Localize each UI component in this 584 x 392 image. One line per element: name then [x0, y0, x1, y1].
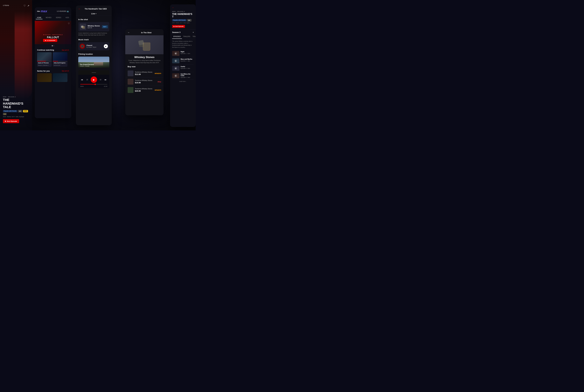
episode-item-4[interactable]: ▶ God Bless the Child Episode 4 · 54m [172, 72, 194, 80]
hero-title: FALLOUT [43, 36, 63, 39]
nav-kids[interactable]: KIDS [65, 16, 70, 19]
see-all-series[interactable]: See all 10 [62, 70, 69, 72]
location-overlay: The Grand Durand Ontario, Canada [78, 62, 109, 68]
series-card-1[interactable] [37, 73, 52, 82]
episode-1-name: Night [181, 51, 194, 52]
music-artist: by Adam Taylor [86, 46, 102, 48]
episode-2-meta: Episode 2 · 48m [181, 60, 194, 62]
buy-item-3[interactable]: Teroforma Whiskey Stones $29.99 amazon [125, 86, 164, 94]
episode-3-meta: Episode 3 · 50m [181, 68, 194, 69]
live-badge[interactable]: Live ▾ [76, 12, 112, 16]
nav-series[interactable]: SERIES [55, 16, 63, 19]
progress-dot [95, 84, 96, 85]
shot-product-image [125, 35, 164, 54]
whiskey-large-image [139, 39, 150, 50]
series-card-2[interactable] [53, 73, 68, 82]
play-device-button[interactable]: ▶ LG 43UK6300 [43, 39, 57, 42]
music-card: Chased by Adam Taylor ▶ [78, 42, 109, 50]
hero-dots [35, 44, 71, 48]
buy-item-2-image [128, 79, 133, 84]
hero-heart-icon[interactable]: ♡ [68, 22, 70, 25]
amazon-logo-2: amazon [155, 89, 161, 91]
live-label: Live [91, 12, 95, 15]
buy-button[interactable]: BUY [102, 25, 108, 28]
in-the-shot-section: In the shot Whiskey Stones $29.99 BUY Co… [76, 16, 112, 37]
rewind-10-button[interactable]: 10 [86, 78, 89, 81]
buy-item-3-name: Teroforma Whiskey Stones [135, 88, 153, 90]
episode-item-1[interactable]: ▶ Night Episode 1 · 52m [172, 50, 194, 57]
progress-background [80, 84, 107, 84]
show-meta: 2019 · Drama, Sci-fi · Dark, Dystopic [3, 116, 29, 118]
location-sub: Ontario, Canada [80, 65, 108, 67]
music-track-title: Music track [78, 38, 109, 41]
time-elapsed: 28:50 [80, 86, 84, 87]
product-name: Whiskey Stones [88, 25, 100, 27]
continue-watching-header: Continue watching See all 12 [35, 48, 71, 52]
progress-wrapper[interactable] [80, 84, 107, 84]
got-title: Game of Thrones [37, 62, 52, 65]
tab-trailers[interactable]: TRAILERS [182, 34, 191, 39]
filming-location-title: Filming location [78, 53, 109, 55]
device-label: LG 43UK6300 📺 [57, 10, 69, 12]
player-panel: ← The Handmaid's Tale S3E5 Live ▾ In the… [76, 6, 112, 125]
episode-1-meta: Episode 1 · 52m [181, 53, 194, 54]
dot-1[interactable] [52, 45, 53, 46]
skip-back-button[interactable]: ⏮ [81, 78, 84, 82]
episode-3-thumbnail: ▶ [172, 66, 179, 71]
buy-item-1[interactable]: Teroforma Whiskey Stones $12.99 amazon [125, 69, 164, 78]
player-back-icon[interactable]: ← [78, 8, 81, 10]
season-back-icon[interactable]: ← [172, 6, 194, 9]
see-all-watching[interactable]: See all 12 [62, 49, 69, 51]
ep-play-icon-2: ▶ [174, 60, 177, 62]
season-friends-badge: Popular with friends [172, 19, 187, 22]
season-selector[interactable]: Season 3 ▾ [170, 29, 196, 34]
tab-trivia[interactable]: TRIVIA [191, 34, 196, 39]
load-more-button[interactable]: Load more... [170, 80, 196, 83]
continue-card-ogf[interactable]: Only God Forgives Left at 42:10 [53, 52, 68, 67]
tab-episodes[interactable]: EPISODES [172, 34, 182, 39]
buy-now-title: Buy now [125, 66, 164, 69]
player-handle [78, 70, 109, 75]
whiskey-stone-svg [81, 24, 85, 29]
shot-expanded-panel: ← In The Shot Whiskey Stones Comd. Water… [125, 29, 164, 115]
buy-item-1-name: Teroforma Whiskey Stones [135, 71, 153, 73]
forward-10-button[interactable]: 10 [99, 78, 102, 81]
share-icon[interactable]: ↗ [27, 4, 29, 7]
season-age-badge: 16+ [187, 19, 191, 22]
play-pause-button[interactable]: ▶ [91, 76, 97, 83]
dot-2[interactable] [53, 45, 54, 46]
episode-item-3[interactable]: ▶ Useful Episode 3 · 50m [172, 65, 194, 72]
episode-4-meta: Episode 4 · 54m [181, 77, 194, 78]
product-price: $29.99 [88, 27, 100, 28]
shot-back-icon[interactable]: ← [128, 31, 130, 34]
heart-icon[interactable]: ♡ [24, 4, 26, 7]
show-description: The series follows a woman who is forced… [170, 39, 196, 50]
nav-movies[interactable]: MOVIES [45, 16, 53, 19]
buy-item-3-info: Teroforma Whiskey Stones $29.99 [135, 88, 153, 92]
live-chevron-icon: ▾ [96, 13, 96, 14]
music-play-button[interactable]: ▶ [104, 44, 108, 48]
next-episode-button[interactable]: ▶ Next Episode [3, 119, 19, 123]
play-icon: ▶ [5, 120, 6, 122]
buy-item-1-image [128, 70, 133, 76]
ogf-title: Only God Forgives [53, 62, 68, 65]
imdb-score: 7.8 [3, 113, 7, 115]
season-next-episode-button[interactable]: ▶ Next Episode [172, 25, 185, 28]
vinyl-icon [81, 45, 84, 48]
skip-forward-button[interactable]: ⏭ [104, 78, 107, 82]
episode-item-2[interactable]: ▶ Mary and Martha Episode 2 · 48m [172, 57, 194, 65]
buy-item-2[interactable]: Teroforma Whiskey Stones $19.99 ebay [125, 78, 164, 86]
buy-item-1-price: $12.99 [135, 73, 153, 76]
series-section: Series for you See all 10 [35, 67, 71, 82]
buy-item-3-price: $29.99 [135, 90, 153, 92]
episode-2-info: Mary and Martha Episode 2 · 48m [181, 58, 194, 63]
music-name: Chased [86, 44, 102, 46]
show-title: THE HANDMAID'S TALE [3, 98, 29, 109]
continue-card-got[interactable]: Game of Thrones Season 1 Episode 3 [37, 52, 52, 67]
episode-2-thumbnail: ▶ [172, 58, 179, 63]
device-name: LG 43UK6300 [57, 10, 66, 12]
time-remaining: -22:30 [104, 86, 107, 87]
nav-home[interactable]: HOME [36, 16, 43, 19]
location-card[interactable]: The Grand Durand Ontario, Canada [78, 56, 109, 68]
episode-3-name: Useful [181, 66, 194, 68]
